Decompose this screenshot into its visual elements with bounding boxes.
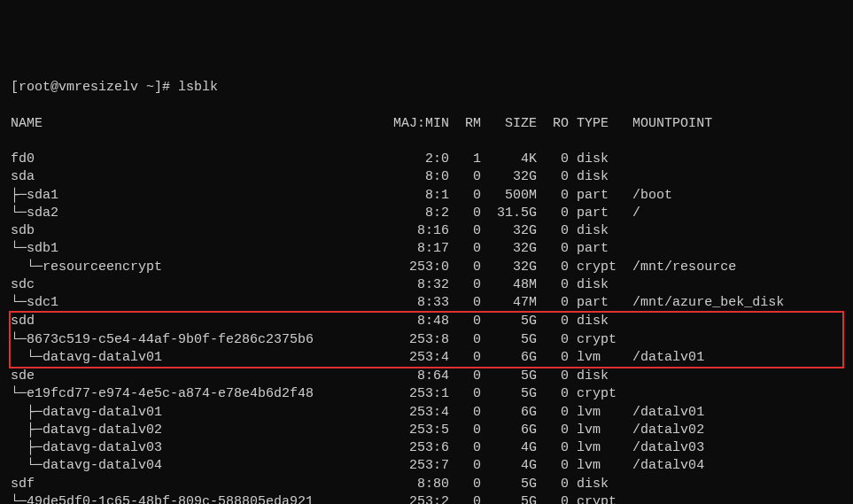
device-row: └─49de5df0-1c65-48bf-809c-588805eda921 2… — [11, 493, 842, 504]
device-row: └─datavg-datalv01 253:4 0 6G 0 lvm /data… — [11, 349, 842, 367]
device-row: ├─datavg-datalv01 253:4 0 6G 0 lvm /data… — [11, 404, 842, 422]
header-row: NAME MAJ:MIN RM SIZE RO TYPE MOUNTPOINT — [11, 115, 842, 133]
highlighted-region: sdd 8:48 0 5G 0 disk └─8673c519-c5e4-44a… — [9, 311, 844, 368]
lsblk-output: fd0 2:0 1 4K 0 disk sda 8:0 0 32G 0 disk… — [11, 151, 842, 504]
device-row: └─resourceencrypt 253:0 0 32G 0 crypt /m… — [11, 259, 842, 276]
command-prompt: [root@vmresizelv ~]# lsblk — [11, 79, 842, 97]
device-row: sdc 8:32 0 48M 0 disk — [11, 276, 842, 294]
device-row: sdf 8:80 0 5G 0 disk — [11, 476, 842, 493]
device-row: sdd 8:48 0 5G 0 disk — [11, 313, 842, 330]
device-row: ├─datavg-datalv03 253:6 0 4G 0 lvm /data… — [11, 439, 842, 457]
device-row: sda 8:0 0 32G 0 disk — [11, 168, 842, 186]
device-row: └─8673c519-c5e4-44af-9b0f-fe286c2375b6 2… — [11, 331, 842, 349]
device-row: └─sda2 8:2 0 31.5G 0 part / — [11, 205, 842, 222]
device-row: └─datavg-datalv04 253:7 0 4G 0 lvm /data… — [11, 457, 842, 475]
device-row: sde 8:64 0 5G 0 disk — [11, 368, 842, 385]
device-row: └─sdb1 8:17 0 32G 0 part — [11, 240, 842, 258]
device-row: sdb 8:16 0 32G 0 disk — [11, 222, 842, 240]
device-row: └─sdc1 8:33 0 47M 0 part /mnt/azure_bek_… — [11, 294, 842, 312]
device-row: ├─sda1 8:1 0 500M 0 part /boot — [11, 187, 842, 205]
device-row: fd0 2:0 1 4K 0 disk — [11, 151, 842, 168]
device-row: ├─datavg-datalv02 253:5 0 6G 0 lvm /data… — [11, 422, 842, 439]
device-row: └─e19fcd77-e974-4e5c-a874-e78e4b6d2f48 2… — [11, 385, 842, 403]
